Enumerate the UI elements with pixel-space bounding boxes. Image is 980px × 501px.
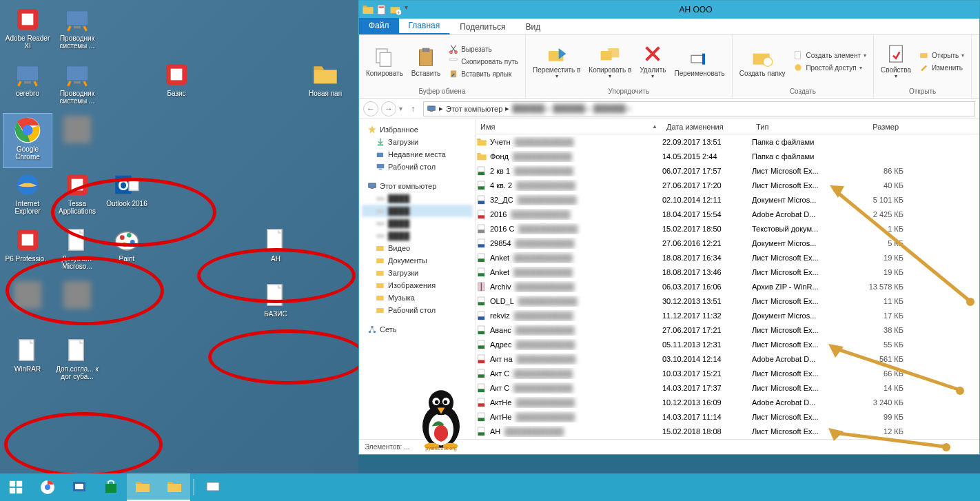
nav-downloads[interactable]: Загрузки bbox=[362, 136, 473, 148]
open-button[interactable]: Открыть▾ bbox=[917, 50, 967, 61]
back-button[interactable]: ← bbox=[363, 101, 378, 116]
desktop-icon[interactable]: Google Chrome bbox=[3, 113, 52, 168]
desktop-icon[interactable]: Новая пап bbox=[300, 58, 350, 113]
nav-desktop[interactable]: Рабочий стол bbox=[362, 161, 473, 173]
properties-icon[interactable] bbox=[376, 3, 388, 16]
desktop-icon[interactable]: P6 Professio... bbox=[3, 223, 52, 278]
nav-drive-blur[interactable]: ████ bbox=[362, 205, 473, 217]
forward-button[interactable]: → bbox=[381, 101, 396, 116]
taskbar-explorer[interactable] bbox=[159, 473, 190, 501]
nav-drive-blur[interactable]: ████ bbox=[362, 217, 473, 229]
taskbar-store[interactable] bbox=[95, 473, 127, 501]
start-button[interactable] bbox=[0, 473, 32, 501]
ribbon-tab[interactable]: Вид bbox=[515, 19, 551, 34]
desktop-icon[interactable] bbox=[3, 278, 52, 334]
desktop-icon[interactable]: OOutlook 2016 bbox=[102, 168, 152, 223]
desktop-icon[interactable]: Доп.согла... к дог суба... bbox=[52, 334, 102, 389]
cut-button[interactable]: Вырезать bbox=[446, 43, 521, 54]
rename-button[interactable]: Переименовать bbox=[671, 45, 727, 79]
nav-video[interactable]: Видео bbox=[362, 242, 473, 254]
nav-thispc[interactable]: Этот компьютер bbox=[362, 180, 473, 192]
file-row[interactable]: АН███████████15.02.2018 18:08Лист Micros… bbox=[476, 424, 979, 438]
desktop-icon[interactable]: Проводник системы ... bbox=[52, 58, 102, 113]
file-row[interactable]: rekviz███████████11.12.2017 11:32Докумен… bbox=[476, 308, 979, 323]
copy-path-button[interactable]: Скопировать путь bbox=[446, 56, 521, 67]
file-row[interactable]: 4 кв. 2███████████27.06.2017 17:20Лист M… bbox=[476, 178, 979, 192]
desktop-icon[interactable]: Adobe Reader XI bbox=[3, 3, 52, 58]
paste-button[interactable]: Вставить bbox=[409, 45, 443, 79]
file-row[interactable]: 2016 С███████████15.02.2017 18:50Текстов… bbox=[476, 221, 979, 236]
nav-drive-blur[interactable]: ████ bbox=[362, 229, 473, 242]
file-row[interactable]: Archiv███████████06.03.2017 16:06Архив Z… bbox=[476, 279, 979, 294]
new-folder-icon[interactable]: + bbox=[389, 3, 402, 16]
file-row[interactable]: 29854███████████27.06.2016 12:21Документ… bbox=[476, 236, 979, 250]
copyto-button[interactable]: Копировать в▾ bbox=[586, 41, 634, 81]
desktop-icon[interactable] bbox=[52, 278, 102, 334]
desktop-icon[interactable] bbox=[52, 113, 102, 168]
nav-network[interactable]: Сеть bbox=[362, 323, 473, 336]
taskbar-chrome[interactable] bbox=[32, 473, 63, 501]
file-row[interactable]: Акт С███████████14.03.2017 17:37Лист Mic… bbox=[476, 380, 979, 395]
nav-downloads2[interactable]: Загрузки bbox=[362, 267, 473, 279]
file-row[interactable]: 32_ДС███████████02.10.2014 12:11Документ… bbox=[476, 192, 979, 207]
file-row[interactable]: Anket███████████18.08.2017 16:34Лист Mic… bbox=[476, 250, 979, 265]
nav-drive-blur[interactable]: ████ bbox=[362, 192, 473, 205]
qat-dropdown[interactable]: ▾ bbox=[405, 3, 408, 16]
col-type[interactable]: Тип bbox=[752, 121, 848, 132]
paste-shortcut-button[interactable]: Вставить ярлык bbox=[446, 68, 521, 79]
file-row[interactable]: Акт на███████████03.10.2014 12:14Adobe A… bbox=[476, 351, 979, 366]
taskbar-explorer[interactable] bbox=[127, 473, 159, 501]
titlebar[interactable]: + ▾ АН ООО bbox=[359, 1, 979, 19]
taskbar-server-manager[interactable] bbox=[63, 473, 95, 501]
ribbon-tab[interactable]: Поделиться bbox=[450, 19, 515, 34]
desktop-icon[interactable]: Базис bbox=[152, 58, 201, 113]
desktop-icon[interactable]: БАЗИС bbox=[251, 278, 300, 334]
file-row[interactable]: Аванс███████████27.06.2017 17:21Лист Mic… bbox=[476, 323, 979, 337]
taskbar[interactable] bbox=[0, 473, 980, 501]
file-row[interactable]: Anket███████████18.08.2017 13:46Лист Mic… bbox=[476, 265, 979, 279]
desktop[interactable]: Adobe Reader XIПроводник системы ...cere… bbox=[0, 0, 358, 473]
new-folder-button[interactable]: Создать папку bbox=[737, 45, 788, 79]
desktop-icon[interactable]: АН bbox=[251, 223, 300, 278]
history-dropdown[interactable]: ▾ bbox=[399, 105, 402, 112]
col-size[interactable]: Размер bbox=[848, 121, 904, 132]
nav-favorites[interactable]: Избранное bbox=[362, 123, 473, 136]
desktop-icon[interactable]: Документ Microso... bbox=[52, 223, 102, 278]
nav-recent[interactable]: Недавние места bbox=[362, 148, 473, 161]
moveto-button[interactable]: Переместить в▾ bbox=[530, 41, 583, 81]
address-input[interactable]: ▸Этот компьютер▸ ██████ ▸ ██████ ▸ █████… bbox=[423, 101, 975, 116]
file-row[interactable]: АктНе███████████14.03.2017 11:14Лист Mic… bbox=[476, 409, 979, 424]
desktop-icon[interactable]: cerebro bbox=[3, 58, 52, 113]
file-row[interactable]: 2 кв 1███████████06.07.2017 17:57Лист Mi… bbox=[476, 163, 979, 178]
col-name[interactable]: Имя▲ bbox=[476, 121, 662, 132]
nav-documents[interactable]: Документы bbox=[362, 254, 473, 267]
edit-button[interactable]: Изменить bbox=[917, 62, 967, 73]
file-columns[interactable]: Имя▲ Дата изменения Тип Размер bbox=[476, 119, 979, 134]
easy-access-button[interactable]: Простой доступ▾ bbox=[790, 62, 869, 73]
file-row[interactable]: АктНе███████████10.12.2013 16:09Adobe Ac… bbox=[476, 395, 979, 409]
desktop-icon[interactable]: Tessa Applications bbox=[52, 168, 102, 223]
up-button[interactable]: ↑ bbox=[405, 101, 420, 116]
desktop-icon[interactable]: Internet Explorer bbox=[3, 168, 52, 223]
nav-pictures[interactable]: Изображения bbox=[362, 279, 473, 292]
file-row[interactable]: Учетн███████████22.09.2017 13:51Папка с … bbox=[476, 134, 979, 149]
taskbar-app[interactable] bbox=[197, 473, 229, 501]
file-menu[interactable]: Файл bbox=[359, 18, 399, 34]
desktop-icon[interactable]: Paint bbox=[102, 223, 152, 278]
file-row[interactable]: Фонд███████████14.05.2015 2:44Папка с фа… bbox=[476, 149, 979, 163]
nav-desktop2[interactable]: Рабочий стол bbox=[362, 304, 473, 316]
copy-button[interactable]: Копировать bbox=[363, 45, 406, 79]
desktop-icon[interactable]: WinRAR bbox=[3, 334, 52, 389]
nav-pane[interactable]: Избранное Загрузки Недавние места Рабочи… bbox=[359, 119, 476, 439]
ribbon-tab[interactable]: Главная bbox=[399, 18, 451, 34]
desktop-icon[interactable]: Проводник системы ... bbox=[52, 3, 102, 58]
properties-button[interactable]: Свойства▾ bbox=[878, 41, 914, 81]
file-row[interactable]: Адрес███████████05.11.2013 12:31Лист Mic… bbox=[476, 337, 979, 351]
file-row[interactable]: OLD_L███████████30.12.2013 13:51Лист Mic… bbox=[476, 294, 979, 308]
file-row[interactable]: Акт С███████████10.03.2017 15:21Лист Mic… bbox=[476, 366, 979, 380]
new-item-button[interactable]: Создать элемент▾ bbox=[790, 50, 869, 61]
nav-music[interactable]: Музыка bbox=[362, 292, 473, 304]
col-date[interactable]: Дата изменения bbox=[662, 121, 752, 132]
file-row[interactable]: 2016███████████18.04.2017 15:54Adobe Acr… bbox=[476, 207, 979, 221]
delete-button[interactable]: Удалить▾ bbox=[637, 41, 668, 81]
